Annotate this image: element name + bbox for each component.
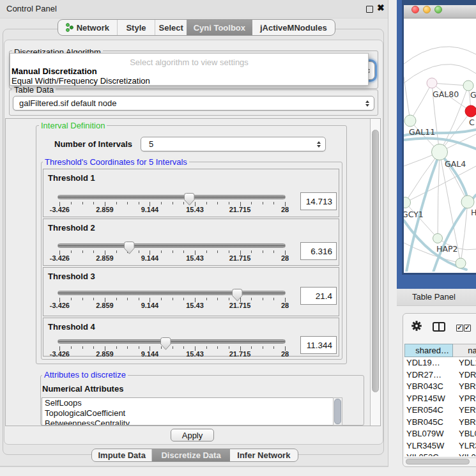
table-hscrollbar-thumb[interactable]	[406, 459, 470, 464]
slider-tick-label: 9.144	[130, 302, 169, 309]
tab-network[interactable]: Network	[58, 20, 118, 35]
network-node-label: C	[469, 118, 475, 127]
threshold-value-field[interactable]: 14.713	[300, 192, 337, 210]
tab-cyni-toolbox[interactable]: Cyni Toolbox	[187, 20, 252, 35]
slider-thumb[interactable]	[124, 242, 135, 254]
slider-tick-label: 2.859	[86, 302, 124, 309]
numerical-attributes-label: Numerical Attributes	[42, 384, 123, 394]
table-row[interactable]: YDL19…YDL19	[404, 357, 476, 369]
algorithm-option-equal-width[interactable]: Equal Width/Frequency Discretization	[12, 76, 150, 86]
network-node-label: GA	[470, 90, 476, 100]
threshold-box-4: Threshold 4-3.4262.8599.14415.4321.71528…	[43, 318, 339, 357]
table-row[interactable]: YPR145WYPR145W	[404, 393, 476, 405]
attributes-scrollbar-thumb[interactable]	[334, 399, 341, 424]
number-of-intervals-value: 5	[149, 137, 153, 151]
network-node[interactable]	[456, 258, 466, 268]
table-row[interactable]: YER054CYER054C	[404, 404, 476, 417]
network-icon	[66, 23, 73, 32]
tab-infer-network[interactable]: Infer Network	[230, 449, 298, 461]
tab-impute-data[interactable]: Impute Data	[92, 449, 152, 461]
slider-tick-label: 21.715	[221, 206, 259, 213]
number-of-intervals-combobox[interactable]: 5	[141, 137, 326, 151]
bottom-tab-strip: Impute Data Discretize Data Infer Networ…	[91, 449, 298, 462]
tab-discretize-data[interactable]: Discretize Data	[152, 449, 229, 461]
tab-style[interactable]: Style	[118, 20, 156, 35]
tab-network-label: Network	[77, 23, 109, 33]
close-traffic-light[interactable]	[411, 6, 419, 13]
interval-definition-group-title: Interval Definition	[39, 121, 107, 130]
slider-track[interactable]	[58, 243, 286, 248]
slider-track[interactable]	[58, 339, 286, 344]
checkbox-icon-1[interactable]: ✓	[456, 325, 463, 332]
threshold-value-field[interactable]: 21.4	[300, 287, 337, 305]
table-row[interactable]: YBR045CYBR045C	[404, 417, 476, 429]
table-row[interactable]: YDR27…YDR27	[404, 369, 476, 381]
float-window-icon[interactable]	[366, 6, 373, 13]
algorithm-popup-hint: Select algorithm to view settings	[10, 58, 368, 67]
attributes-group-title: Attributes to discretize	[42, 371, 128, 379]
gear-icon[interactable]	[411, 321, 422, 331]
network-node-label: GAL11	[409, 127, 435, 137]
slider-tick-label: 2.859	[86, 206, 124, 213]
threshold-label: Threshold 3	[48, 272, 95, 281]
close-icon[interactable]: ✖	[377, 3, 385, 13]
slider-tick-label: 21.715	[221, 350, 259, 358]
table-data-combobox[interactable]: galFiltered.sif default node	[13, 96, 374, 111]
root: Control Panel ✖ Network Style Select Cyn…	[0, 0, 476, 476]
network-node[interactable]	[433, 234, 443, 243]
columns-icon[interactable]	[433, 322, 445, 332]
network-node[interactable]	[404, 115, 416, 127]
threshold-value-field[interactable]: 6.316	[300, 242, 337, 260]
network-view-titlebar	[404, 5, 476, 19]
table-row[interactable]: YBL079WYBL079W	[404, 428, 476, 440]
table-data-combobox-value: galFiltered.sif default node	[19, 96, 116, 110]
checkbox-icon-2[interactable]: ✓	[464, 325, 471, 332]
tab-select[interactable]: Select	[155, 20, 187, 35]
threshold-label: Threshold 2	[48, 223, 95, 233]
slider-track[interactable]	[58, 195, 286, 199]
zoom-traffic-light[interactable]	[434, 6, 442, 13]
control-panel-title: Control Panel	[6, 0, 57, 18]
network-node[interactable]	[404, 197, 411, 208]
control-panel-titlebar: Control Panel ✖	[0, 0, 388, 19]
column-header-shared[interactable]: shared…	[404, 344, 453, 357]
slider-thumb[interactable]	[160, 337, 171, 350]
network-node[interactable]	[461, 196, 474, 208]
network-node[interactable]	[463, 81, 473, 91]
slider-tick-label: 9.144	[130, 206, 169, 213]
slider-thumb[interactable]	[184, 193, 195, 206]
table-panel-title: Table Panel	[412, 289, 456, 305]
numerical-attributes-list[interactable]: SelfLoopsTopologicalCoefficientBetweenne…	[42, 397, 342, 426]
apply-button[interactable]: Apply	[171, 429, 214, 441]
network-node-label: HAP2	[436, 244, 457, 254]
settings-scrollbar-thumb[interactable]	[372, 130, 379, 392]
table-row[interactable]: YLR345WYLR345W	[404, 440, 476, 452]
control-panel-window: Control Panel ✖ Network Style Select Cyn…	[0, 0, 388, 467]
attribute-list-item[interactable]: TopologicalCoefficient	[42, 408, 342, 418]
attribute-list-item[interactable]: BetweennessCentrality	[42, 418, 342, 426]
slider-tick-label: 28	[266, 302, 304, 309]
slider-tick-label: 15.43	[176, 206, 214, 213]
network-node[interactable]	[427, 78, 437, 88]
network-node[interactable]	[432, 144, 448, 160]
threshold-box-1: Threshold 1-3.4262.8599.14415.4321.71528…	[43, 169, 339, 217]
slider-track[interactable]	[58, 291, 286, 295]
network-node-label: GAL80	[433, 89, 459, 99]
attribute-list-item[interactable]: SelfLoops	[42, 398, 342, 408]
slider-tick-label: 15.43	[176, 302, 214, 309]
column-header-name[interactable]: name	[453, 344, 476, 357]
table-row[interactable]: YBR043CYBR043C	[404, 381, 476, 393]
network-node[interactable]	[465, 105, 476, 117]
table-data-group-title: Table Data	[12, 86, 56, 94]
slider-tick-label: 9.144	[130, 254, 169, 262]
threshold-value-field[interactable]: 11.344	[300, 336, 337, 354]
tab-jactivemnodules[interactable]: jActiveMNodules	[252, 20, 335, 35]
table-row[interactable]: YIL052CYIL052C	[404, 452, 476, 456]
network-node-label: GCY1	[404, 210, 424, 219]
slider-thumb[interactable]	[232, 289, 243, 302]
minimize-traffic-light[interactable]	[423, 6, 431, 13]
table-rows: YDL19…YDL19YDR27…YDR27YBR043CYBR043CYPR1…	[404, 357, 476, 456]
network-canvas[interactable]: GAL80GACGAL11GAL4GCY1HHAP2	[404, 18, 476, 272]
slider-tick-label: 15.43	[176, 350, 214, 358]
algorithm-option-manual[interactable]: Manual Discretization	[12, 66, 97, 76]
